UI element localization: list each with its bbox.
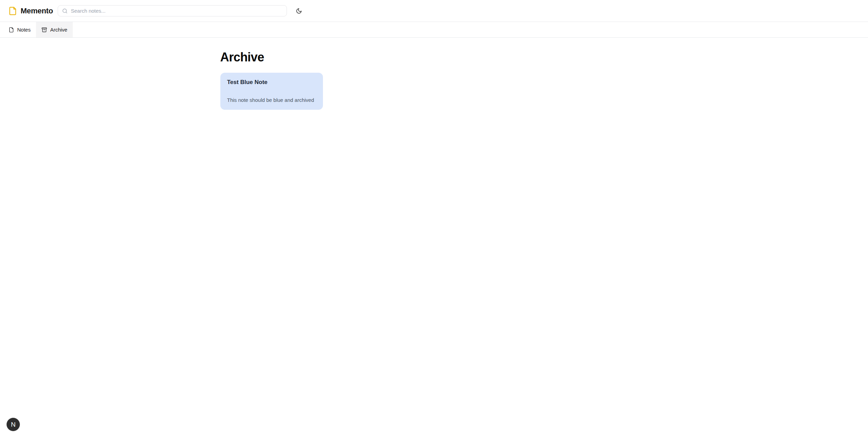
note-body: This note should be blue and archived bbox=[227, 97, 316, 104]
tab-bar: Notes Archive bbox=[0, 22, 868, 38]
search-box bbox=[58, 5, 287, 16]
dev-badge-letter: N bbox=[11, 421, 16, 428]
tab-archive[interactable]: Archive bbox=[36, 22, 73, 37]
main-content: Archive Test Blue Note This note should … bbox=[215, 38, 654, 110]
moon-icon bbox=[296, 8, 302, 14]
notes-grid: Test Blue Note This note should be blue … bbox=[220, 73, 648, 110]
note-title: Test Blue Note bbox=[227, 79, 316, 86]
app-header: Memento bbox=[0, 0, 868, 22]
page-title: Archive bbox=[220, 50, 648, 64]
nextjs-dev-badge[interactable]: N bbox=[7, 418, 20, 431]
search-icon bbox=[62, 8, 68, 14]
tab-notes[interactable]: Notes bbox=[3, 22, 36, 37]
app-title: Memento bbox=[21, 7, 53, 15]
search-input[interactable] bbox=[71, 8, 282, 14]
tab-archive-label: Archive bbox=[50, 27, 67, 33]
tab-notes-label: Notes bbox=[17, 27, 31, 33]
archive-icon bbox=[42, 27, 47, 33]
theme-toggle-button[interactable] bbox=[293, 5, 305, 17]
file-icon bbox=[9, 27, 14, 33]
note-card[interactable]: Test Blue Note This note should be blue … bbox=[220, 73, 323, 110]
file-icon bbox=[8, 7, 17, 15]
